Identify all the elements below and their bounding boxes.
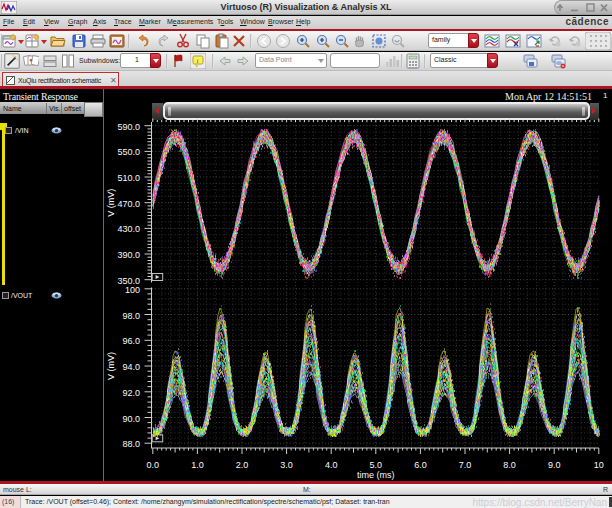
svg-text:8.0: 8.0 <box>503 460 516 470</box>
svg-text:88.0: 88.0 <box>122 439 140 449</box>
svg-text:2.0: 2.0 <box>236 460 249 470</box>
svg-text:7.0: 7.0 <box>459 460 472 470</box>
svg-text:96.0: 96.0 <box>122 336 140 346</box>
svg-text:430.0: 430.0 <box>117 224 140 234</box>
svg-text:550.0: 550.0 <box>117 147 140 157</box>
svg-text:92.0: 92.0 <box>122 388 140 398</box>
svg-text:3.0: 3.0 <box>280 460 293 470</box>
svg-text:590.0: 590.0 <box>117 122 140 132</box>
svg-text:390.0: 390.0 <box>117 250 140 260</box>
svg-text:4.0: 4.0 <box>325 460 338 470</box>
svg-text:98.0: 98.0 <box>122 311 140 321</box>
svg-text:100: 100 <box>125 285 140 295</box>
svg-text:90.0: 90.0 <box>122 414 140 424</box>
svg-text:510.0: 510.0 <box>117 173 140 183</box>
svg-text:94.0: 94.0 <box>122 362 140 372</box>
svg-text:6.0: 6.0 <box>414 460 427 470</box>
svg-text:9.0: 9.0 <box>548 460 561 470</box>
svg-text:5.0: 5.0 <box>370 460 383 470</box>
svg-text:V (mV): V (mV) <box>106 352 116 380</box>
svg-text:i: i <box>197 57 199 65</box>
svg-text:0.0: 0.0 <box>147 460 160 470</box>
svg-text:1.0: 1.0 <box>191 460 204 470</box>
svg-text:V (mV): V (mV) <box>106 189 116 217</box>
svg-text:♥: ♥ <box>30 57 33 63</box>
svg-text:time (ms): time (ms) <box>357 470 395 480</box>
svg-text:470.0: 470.0 <box>117 199 140 209</box>
svg-text:10: 10 <box>594 460 604 470</box>
